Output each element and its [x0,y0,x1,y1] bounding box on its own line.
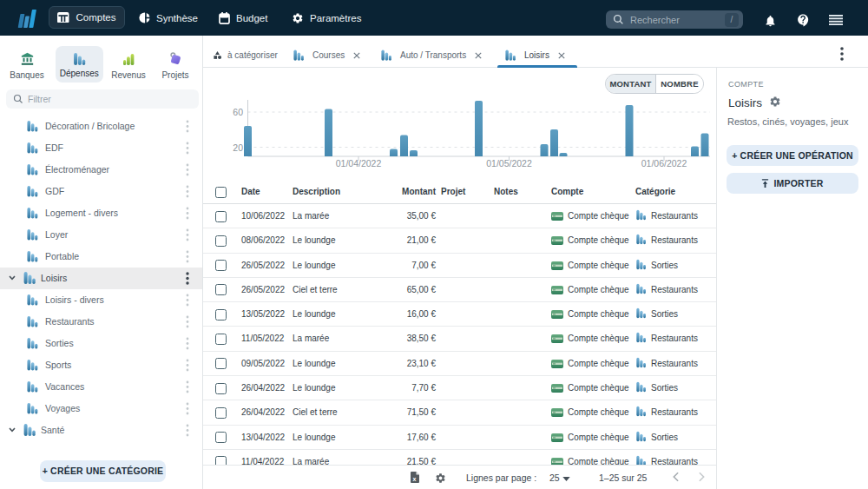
svg-text:20: 20 [233,142,243,153]
svg-text:60: 60 [233,107,243,117]
svg-text:x: x [413,475,417,481]
svg-text:01/05/2022: 01/05/2022 [486,158,532,169]
svg-text:01/06/2022: 01/06/2022 [641,158,687,169]
svg-text:01/04/2022: 01/04/2022 [336,158,382,169]
